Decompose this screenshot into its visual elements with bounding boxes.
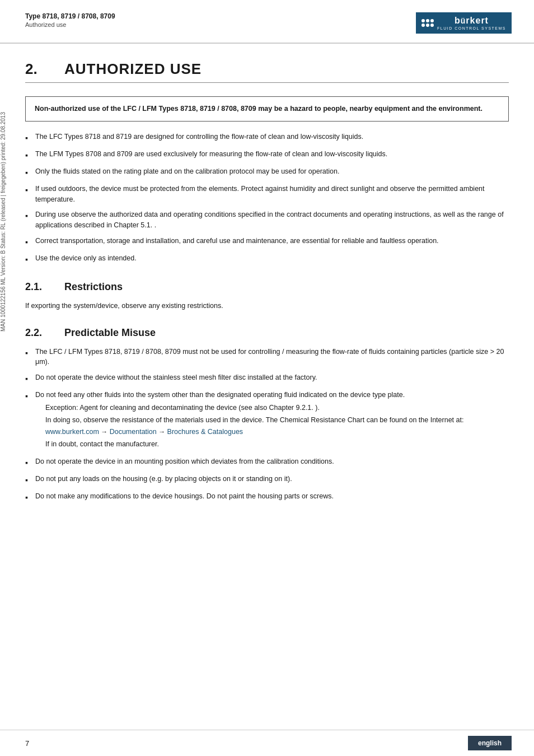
bullet-marker: ▪ [25,236,30,248]
list-item: ▪ Do not feed any other fluids into the … [25,390,509,451]
page-wrapper: MAN 1000122156 ML Version: B Status: RL … [0,0,534,756]
bullet-text: Use the device only as intended. [35,253,509,264]
logo-dot [430,19,434,22]
main-content: 2. AUTHORIZED USE Non-authorized use of … [0,44,534,537]
list-item: ▪ Use the device only as intended. [25,253,509,265]
section-2-1-number: 2.1. [25,281,53,293]
logo-dot [421,24,425,27]
warning-text: Non-authorized use of the LFC / LFM Type… [35,104,499,114]
arrow-1: → [101,428,109,436]
bullet-marker: ▪ [25,474,30,486]
bullet-text: Correct transportation, storage and inst… [35,236,509,246]
header-left: Type 8718, 8719 / 8708, 8709 Authorized … [25,12,115,28]
bullet-marker: ▪ [25,184,30,196]
arrow-2: → [158,428,167,436]
chapter-heading: 2. AUTHORIZED USE [25,60,509,83]
list-item: ▪ Do not put any loads on the housing (e… [25,474,509,486]
bullet-marker: ▪ [25,150,30,161]
logo-dot [426,19,429,22]
bullet-marker: ▪ [25,132,30,144]
bullet-main-text: Do not feed any other fluids into the sy… [35,391,405,399]
list-item: ▪ During use observe the authorized data… [25,209,509,231]
section-2-2-number: 2.2. [25,327,53,339]
bullet-text: Do not make any modifications to the dev… [35,491,509,502]
bullet-text: Do not operate the device in an mounting… [35,456,509,467]
burkert-url-link[interactable]: www.burkert.com [45,428,99,436]
section-2-1-text: If exporting the system/device, observe … [25,301,509,311]
logo-area: bürkert FLUID CONTROL SYSTEMS [416,12,512,35]
extra-block: Exception: Agent for cleaning and decont… [35,403,509,450]
section-2-2-heading: 2.2. Predictable Misuse [25,327,509,339]
exception-line: Exception: Agent for cleaning and decont… [45,403,509,413]
bullet-text: Do not operate the device without the st… [35,372,509,383]
doing-so-line: In doing so, observe the resistance of t… [45,415,509,426]
list-item: ▪ Correct transportation, storage and in… [25,236,509,248]
footer-page-number: 7 [25,739,29,748]
list-item: ▪ Only the fluids stated on the rating p… [25,166,509,179]
bullet-text: During use observe the authorized data a… [35,209,509,231]
list-item: ▪ If used outdoors, the device must be p… [25,184,509,205]
doc-subtitle: Authorized use [25,21,115,28]
logo-dot [430,24,434,27]
footer-language: english [468,736,512,750]
section-2-1-title: Restrictions [64,281,123,293]
bullet-text: If used outdoors, the device must be pro… [35,184,509,205]
list-item: ▪ Do not make any modifications to the d… [25,491,509,503]
bullet-text: Do not feed any other fluids into the sy… [35,390,509,451]
doc-type: Type 8718, 8719 / 8708, 8709 [25,12,115,20]
chapter-number: 2. [25,60,53,78]
logo-dot [421,19,425,22]
list-item: ▪ The LFC Types 8718 and 8719 are design… [25,132,509,144]
bullet-marker: ▪ [25,210,30,222]
chapter-title: AUTHORIZED USE [64,60,202,78]
bullet-text: Only the fluids stated on the rating pla… [35,166,509,177]
links-line: www.burkert.com → Documentation → Brochu… [45,427,509,437]
logo-box: bürkert FLUID CONTROL SYSTEMS [416,12,512,34]
bullet-marker: ▪ [25,167,30,179]
misuse-bullet-list: ▪ The LFC / LFM Types 8718, 8719 / 8708,… [25,347,509,503]
logo-dot [426,24,429,27]
section-2-2-title: Predictable Misuse [64,327,156,339]
list-item: ▪ Do not operate the device in an mounti… [25,456,509,469]
bullet-text: The LFC Types 8718 and 8719 are designed… [35,132,509,142]
bullet-marker: ▪ [25,492,30,503]
bullet-text: The LFC / LFM Types 8718, 8719 / 8708, 8… [35,347,509,368]
side-label: MAN 1000122156 ML Version: B Status: RL … [0,112,8,332]
documentation-link[interactable]: Documentation [110,428,157,436]
header: Type 8718, 8719 / 8708, 8709 Authorized … [0,0,534,44]
bullet-marker: ▪ [25,347,30,359]
logo-name: bürkert [455,16,489,26]
footer: 7 english [0,730,534,756]
if-doubt-line: If in doubt, contact the manufacturer. [45,439,509,450]
brochures-link[interactable]: Brochures & Catalogues [167,428,243,436]
list-item: ▪ The LFM Types 8708 and 8709 are used e… [25,149,509,161]
bullet-marker: ▪ [25,457,30,469]
logo-dots [421,19,434,27]
section-2-1-heading: 2.1. Restrictions [25,281,509,293]
bullet-marker: ▪ [25,254,30,265]
warning-box: Non-authorized use of the LFC / LFM Type… [25,96,509,122]
list-item: ▪ The LFC / LFM Types 8718, 8719 / 8708,… [25,347,509,368]
bullet-marker: ▪ [25,390,30,402]
bullet-text: Do not put any loads on the housing (e.g… [35,474,509,484]
main-bullet-list: ▪ The LFC Types 8718 and 8719 are design… [25,132,509,265]
bullet-marker: ▪ [25,373,30,385]
logo-tagline: FLUID CONTROL SYSTEMS [437,26,506,30]
list-item: ▪ Do not operate the device without the … [25,372,509,385]
bullet-text: The LFM Types 8708 and 8709 are used exc… [35,149,509,160]
